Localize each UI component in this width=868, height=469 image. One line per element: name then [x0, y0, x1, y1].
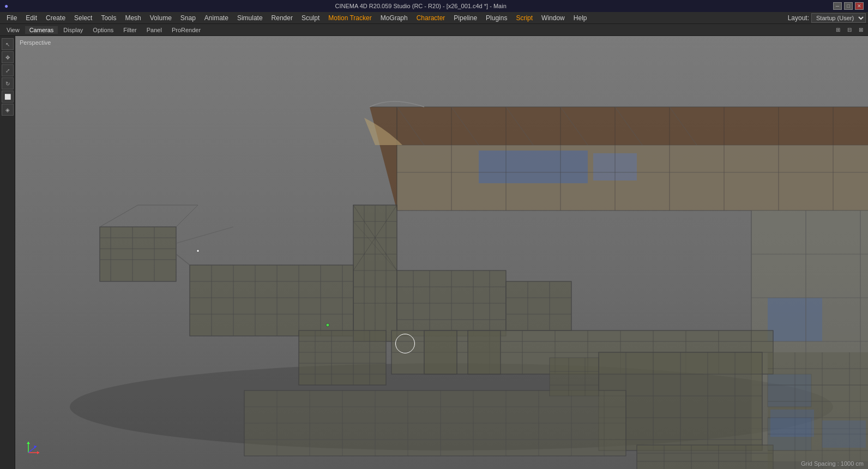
menu-tools[interactable]: Tools [97, 13, 120, 23]
svg-rect-113 [299, 330, 386, 385]
viewport-icons: ⊞ ⊟ ⊠ [833, 25, 866, 35]
viewport[interactable]: Perspective [15, 36, 868, 469]
title-icon: ● [4, 2, 8, 10]
svg-rect-158 [550, 358, 599, 396]
vp-tab-view[interactable]: View [2, 26, 24, 34]
menu-create[interactable]: Create [41, 13, 70, 23]
tool-scale[interactable]: ⤢ [2, 64, 14, 76]
menu-pipeline[interactable]: Pipeline [449, 13, 481, 23]
menu-sculpt[interactable]: Sculpt [297, 13, 324, 23]
svg-rect-4 [479, 151, 588, 183]
menu-mesh[interactable]: Mesh [120, 13, 145, 23]
menu-select[interactable]: Select [70, 13, 97, 23]
svg-point-123 [326, 323, 329, 327]
vp-icon-3[interactable]: ⊠ [856, 25, 866, 35]
menu-mograph[interactable]: MoGraph [376, 13, 412, 23]
vp-tab-display[interactable]: Display [59, 26, 87, 34]
svg-rect-35 [100, 227, 176, 281]
svg-rect-129 [637, 445, 773, 469]
menu-render[interactable]: Render [267, 13, 297, 23]
menu-script[interactable]: Script [511, 13, 537, 23]
layout-select[interactable]: Startup (User) [811, 13, 866, 23]
vp-icon-2[interactable]: ⊟ [845, 25, 854, 35]
svg-rect-127 [468, 330, 501, 374]
svg-rect-94 [506, 281, 571, 330]
menu-file[interactable]: File [2, 13, 21, 23]
svg-rect-174 [770, 410, 814, 437]
vp-tab-panel[interactable]: Panel [142, 26, 166, 34]
menu-character[interactable]: Character [412, 13, 450, 23]
menu-plugins[interactable]: Plugins [481, 13, 511, 23]
scene-svg [15, 36, 868, 469]
menu-snap[interactable]: Snap [176, 13, 200, 23]
left-toolbar: ↖ ✥ ⤢ ↻ ⬜ ◈ [0, 36, 15, 469]
svg-point-124 [197, 250, 200, 252]
menu-motion-tracker[interactable]: Motion Tracker [324, 13, 376, 23]
tool-select[interactable]: ↖ [2, 38, 14, 50]
svg-rect-26 [768, 298, 822, 341]
menu-edit[interactable]: Edit [21, 13, 41, 23]
close-button[interactable]: ✕ [855, 2, 864, 10]
menu-help[interactable]: Help [569, 13, 592, 23]
menu-bar: File Edit Create Select Tools Mesh Volum… [0, 12, 868, 24]
vp-tab-options[interactable]: Options [88, 26, 118, 34]
tool-move[interactable]: ✥ [2, 51, 14, 63]
window-title: CINEMA 4D R20.059 Studio (RC - R20) - [x… [8, 3, 833, 9]
vp-tab-cameras[interactable]: Cameras [25, 26, 58, 34]
tool-6[interactable]: ◈ [2, 104, 14, 116]
layout-label: Layout: [788, 14, 809, 22]
vp-icon-1[interactable]: ⊞ [833, 25, 843, 35]
viewport-toolbar: View Cameras Display Options Filter Pane… [0, 24, 868, 36]
layout-area: Layout: Startup (User) [788, 13, 866, 23]
vp-tab-prorender[interactable]: ProRender [167, 26, 205, 34]
svg-rect-175 [822, 420, 866, 448]
menu-simulate[interactable]: Simulate [233, 13, 267, 23]
vp-tab-filter[interactable]: Filter [119, 26, 141, 34]
menu-animate[interactable]: Animate [200, 13, 233, 23]
menu-window[interactable]: Window [537, 13, 569, 23]
svg-rect-125 [424, 330, 457, 374]
tool-rotate[interactable]: ↻ [2, 77, 14, 89]
title-bar: ● CINEMA 4D R20.059 Studio (RC - R20) - … [0, 0, 868, 12]
window-controls: ─ □ ✕ [833, 2, 864, 10]
tool-5[interactable]: ⬜ [2, 91, 14, 103]
maximize-button[interactable]: □ [844, 2, 853, 10]
menu-volume[interactable]: Volume [146, 13, 176, 23]
main-area: ↖ ✥ ⤢ ↻ ⬜ ◈ Perspective [0, 36, 868, 469]
minimize-button[interactable]: ─ [833, 2, 842, 10]
